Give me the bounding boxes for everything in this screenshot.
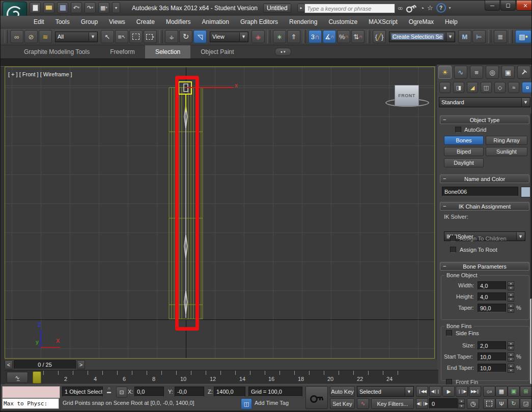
zoom-extents-all-icon[interactable]: ⊞ xyxy=(520,386,532,397)
select-and-scale-icon[interactable]: ◹ xyxy=(193,30,207,43)
ring-array-button[interactable]: Ring Array xyxy=(486,136,527,145)
keyboard-shortcut-override-icon[interactable]: ⇑ xyxy=(287,30,300,43)
set-key-button[interactable]: Set Key xyxy=(330,398,355,409)
object-color-swatch[interactable] xyxy=(521,187,530,197)
width-spinner[interactable]: ▲▼ xyxy=(508,281,514,290)
auto-key-button[interactable]: Auto Key xyxy=(330,386,355,397)
zoom-extents-icon[interactable]: ▣ xyxy=(508,386,520,397)
viewport-front[interactable]: x [ + ] [ Front ] [ Wireframe ] FRONT Z … xyxy=(5,67,435,359)
help-menu-arrow-icon[interactable]: ▾ xyxy=(449,6,451,10)
panel-scrollbar-thumb[interactable] xyxy=(530,299,532,384)
reference-coordinate-select[interactable]: View▼ xyxy=(210,32,248,42)
window-crossing-icon[interactable]: ▪ xyxy=(144,30,157,43)
menu-create[interactable]: Create xyxy=(131,16,160,28)
minimize-button[interactable]: ─ xyxy=(485,1,500,11)
end-taper-spinner[interactable]: ▲▼ xyxy=(508,364,514,372)
go-to-end-icon[interactable]: ▶▶❘ xyxy=(469,386,481,397)
end-taper-input[interactable]: 10,0 xyxy=(478,364,506,372)
viewport-label[interactable]: [ + ] [ Front ] [ Wireframe ] xyxy=(8,71,72,77)
motion-tab-icon[interactable]: ◎ xyxy=(486,66,499,79)
align-icon[interactable]: ⊨ xyxy=(472,30,486,43)
create-tab-icon[interactable]: ☀ xyxy=(438,66,452,79)
prev-frame-arrow-icon[interactable]: < xyxy=(5,360,13,369)
select-and-move-icon[interactable]: ↔↕ xyxy=(165,30,178,43)
geometry-icon[interactable]: ● xyxy=(439,82,451,93)
menu-views[interactable]: Views xyxy=(103,16,131,28)
maxscript-listener-white[interactable]: Max to Physc: xyxy=(2,398,59,409)
menu-help[interactable]: Help xyxy=(439,16,463,28)
infocenter-search-input[interactable]: Type a keyword or phrase xyxy=(304,4,395,13)
tab-freeform[interactable]: Freeform xyxy=(100,45,145,58)
close-button[interactable]: × xyxy=(516,1,532,11)
selection-filter-select[interactable]: All▼ xyxy=(55,32,98,42)
maximize-viewport-toggle-icon[interactable]: ◲ xyxy=(520,398,532,409)
key-mode-toggle-icon[interactable]: ◀❘❘▶ xyxy=(416,398,428,409)
rollout-object-type[interactable]: − Object Type xyxy=(440,115,529,124)
add-time-tag[interactable]: Add Time Tag xyxy=(255,400,289,406)
rollout-name-color[interactable]: − Name and Color xyxy=(440,174,529,183)
next-frame-arrow-icon[interactable]: > xyxy=(77,360,85,369)
assign-children-checkbox[interactable] xyxy=(450,236,456,242)
menu-graph-editors[interactable]: Graph Editors xyxy=(235,16,284,28)
menu-customize[interactable]: Customize xyxy=(323,16,363,28)
menu-maxscript[interactable]: MAXScript xyxy=(363,16,403,28)
new-scene-icon[interactable] xyxy=(30,2,41,13)
unlink-selection-icon[interactable]: ⊘ xyxy=(24,30,38,43)
toggle-ribbon-icon[interactable]: ▤● xyxy=(515,30,531,43)
start-taper-spinner[interactable]: ▲▼ xyxy=(508,352,514,361)
project-folder-icon[interactable]: ▦▾ xyxy=(98,2,109,13)
default-in-out-tangent-icon[interactable]: ∿ xyxy=(357,398,369,409)
width-input[interactable]: 4,0 xyxy=(478,281,506,290)
size-spinner[interactable]: ▲▼ xyxy=(508,341,514,350)
absolute-mode-icon[interactable]: ⊡ xyxy=(116,387,127,398)
rollout-ik-chain[interactable]: − IK Chain Assignment xyxy=(440,202,529,211)
time-slider[interactable] xyxy=(33,371,41,384)
lights-icon[interactable]: ◢ xyxy=(467,82,478,93)
select-object-icon[interactable]: ↖ xyxy=(101,30,114,43)
named-selection-set-select[interactable]: Create Selection Se ▼ xyxy=(389,32,455,42)
select-and-manipulate-icon[interactable]: ∗ xyxy=(273,30,286,43)
select-and-link-icon[interactable]: ∞ xyxy=(10,30,23,43)
time-ruler[interactable]: ∿̲ 0 2 4 6 8 10 12 14 16 18 20 22 24 xyxy=(5,370,438,384)
time-configuration-icon[interactable]: ◷ xyxy=(467,398,479,409)
menu-group[interactable]: Group xyxy=(75,16,103,28)
tab-object-paint[interactable]: Object Paint xyxy=(190,45,244,58)
rectangular-selection-region-icon[interactable] xyxy=(129,30,143,43)
assign-root-checkbox[interactable] xyxy=(450,247,456,253)
satellite-icon[interactable]: ◔ xyxy=(421,5,424,11)
bind-to-space-warp-icon[interactable]: ≋ xyxy=(39,30,52,43)
hierarchy-tab-icon[interactable]: ≡ xyxy=(470,66,483,79)
layer-manager-icon[interactable]: ≣ xyxy=(494,30,507,43)
percent-snap-toggle-icon[interactable]: %∩ xyxy=(337,30,350,43)
system-category-select[interactable]: Standard▼ xyxy=(439,97,530,107)
current-frame-input[interactable]: 0 xyxy=(429,398,458,409)
undo-icon[interactable]: ↶▾ xyxy=(71,2,82,13)
orbit-icon[interactable]: ↻ xyxy=(508,398,520,409)
taper-input[interactable]: 90,0 xyxy=(478,304,506,312)
play-animation-icon[interactable]: ▶ xyxy=(442,386,455,397)
helpers-icon[interactable]: ◇ xyxy=(494,82,506,93)
pan-view-icon[interactable]: Ψ xyxy=(495,398,508,409)
expand-arrow-icon[interactable]: ▸ xyxy=(297,4,305,12)
tab-selection[interactable]: Selection xyxy=(145,45,190,58)
customize-quick-access-icon[interactable]: ▾ xyxy=(112,2,120,13)
set-keys-button[interactable] xyxy=(305,386,328,409)
rollout-bone-parameters[interactable]: − Bone Parameters xyxy=(440,262,529,271)
side-fins-checkbox[interactable] xyxy=(446,330,452,336)
y-input[interactable]: -0,0 xyxy=(175,387,204,397)
display-tab-icon[interactable]: ▣ xyxy=(501,66,515,79)
menu-animation[interactable]: Animation xyxy=(197,16,235,28)
height-input[interactable]: 4,0 xyxy=(478,292,506,301)
menu-rendering[interactable]: Rendering xyxy=(284,16,323,28)
go-to-start-icon[interactable]: ❘◀◀ xyxy=(416,386,428,397)
object-name-input[interactable]: Bone006 xyxy=(442,187,518,196)
systems-icon[interactable]: ¤ xyxy=(522,82,532,93)
start-taper-input[interactable]: 10,0 xyxy=(478,352,506,361)
utilities-tab-icon[interactable]: T xyxy=(517,66,530,79)
size-input[interactable]: 2,0 xyxy=(478,341,506,350)
key-filters-button[interactable]: Key Filters... xyxy=(371,398,414,409)
viewcube[interactable]: FRONT xyxy=(395,85,419,106)
daylight-button[interactable]: Daylight xyxy=(444,158,484,167)
biped-button[interactable]: Biped xyxy=(444,147,484,156)
modify-tab-icon[interactable]: ∿ xyxy=(454,66,467,79)
